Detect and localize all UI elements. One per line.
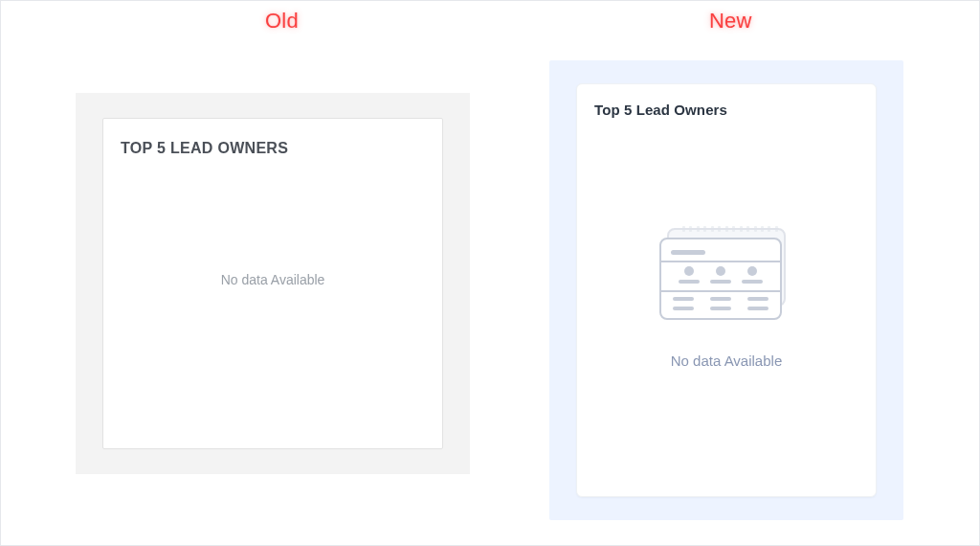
empty-data-icon xyxy=(659,228,793,320)
new-empty-state: No data Available xyxy=(577,228,876,369)
new-empty-text: No data Available xyxy=(671,353,782,369)
old-panel: TOP 5 LEAD OWNERS No data Available xyxy=(76,93,470,474)
old-label: Old xyxy=(265,9,299,34)
old-card-title: TOP 5 LEAD OWNERS xyxy=(121,140,288,157)
old-card: TOP 5 LEAD OWNERS No data Available xyxy=(102,118,443,449)
new-card: Top 5 Lead Owners xyxy=(576,83,877,497)
old-empty-text: No data Available xyxy=(221,272,325,287)
new-card-title: Top 5 Lead Owners xyxy=(594,102,727,118)
new-label: New xyxy=(709,9,752,34)
new-panel: Top 5 Lead Owners xyxy=(549,60,903,520)
old-empty-state: No data Available xyxy=(103,272,442,287)
page-frame: Old New TOP 5 LEAD OWNERS No data Availa… xyxy=(0,0,980,546)
